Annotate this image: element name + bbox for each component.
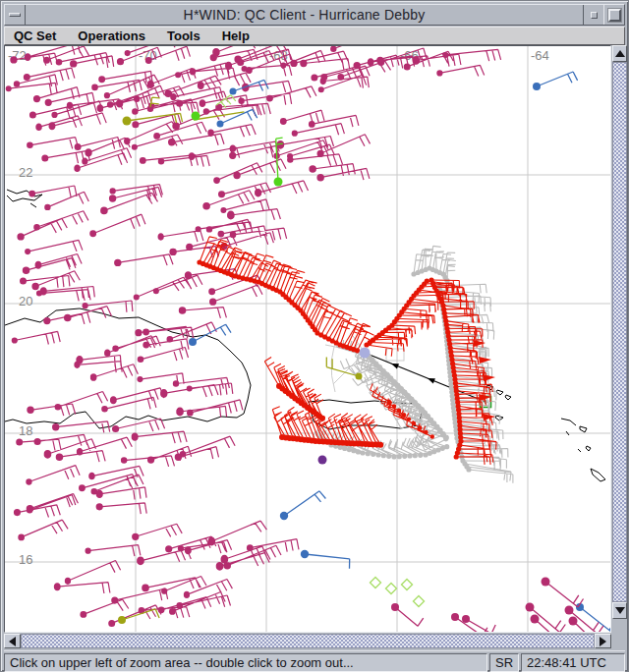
scroll-down-button[interactable] bbox=[612, 602, 627, 619]
scroll-right-button[interactable] bbox=[595, 634, 611, 648]
svg-text:18: 18 bbox=[19, 423, 32, 438]
arrow-down-icon bbox=[615, 607, 625, 614]
window-menu-button[interactable] bbox=[5, 5, 26, 25]
statusbar: Click on upper left of zoom area -- doub… bbox=[4, 650, 625, 672]
scrollbar-corner bbox=[612, 619, 627, 633]
menu-operations[interactable]: Operations bbox=[78, 28, 145, 43]
minimize-button[interactable] bbox=[583, 5, 603, 25]
scroll-up-button[interactable] bbox=[612, 45, 627, 62]
scroll-left-button[interactable] bbox=[4, 634, 21, 648]
horizontal-scrollbar[interactable] bbox=[4, 634, 611, 648]
status-mode: SR bbox=[489, 653, 519, 672]
arrow-up-icon bbox=[615, 50, 625, 57]
wind-analysis-map[interactable]: -72-70-68-66-6422201816 bbox=[5, 46, 611, 632]
maximize-icon bbox=[608, 9, 621, 22]
vertical-scrollbar-trough[interactable] bbox=[612, 62, 627, 602]
window-title: H*WIND: QC Client - Hurricane Debby bbox=[26, 5, 583, 25]
app-window: H*WIND: QC Client - Hurricane Debby QC S… bbox=[0, 0, 629, 672]
grid-layer bbox=[5, 46, 611, 632]
titlebar: H*WIND: QC Client - Hurricane Debby bbox=[4, 4, 625, 26]
minimize-icon bbox=[591, 12, 598, 19]
content-area: -72-70-68-66-6422201816 bbox=[4, 45, 627, 648]
svg-text:-64: -64 bbox=[531, 48, 549, 63]
window-menu-icon bbox=[9, 13, 21, 17]
status-clock: 22:48:41 UTC bbox=[521, 653, 625, 672]
svg-text:20: 20 bbox=[19, 294, 32, 308]
menu-tools[interactable]: Tools bbox=[167, 28, 200, 43]
svg-text:16: 16 bbox=[19, 552, 32, 567]
menubar: QC Set Operations Tools Help bbox=[4, 27, 625, 45]
arrow-left-icon bbox=[9, 637, 16, 646]
vertical-scrollbar[interactable] bbox=[612, 45, 627, 633]
wind-barbs-layer bbox=[6, 46, 611, 632]
maximize-button[interactable] bbox=[603, 5, 624, 25]
map-canvas[interactable]: -72-70-68-66-6422201816 bbox=[4, 45, 611, 633]
menu-help[interactable]: Help bbox=[222, 28, 250, 43]
svg-text:22: 22 bbox=[19, 165, 32, 180]
horizontal-scrollbar-trough[interactable] bbox=[21, 634, 595, 648]
status-message: Click on upper left of zoom area -- doub… bbox=[4, 653, 487, 672]
arrow-right-icon bbox=[600, 637, 606, 646]
menu-qc-set[interactable]: QC Set bbox=[14, 28, 56, 43]
